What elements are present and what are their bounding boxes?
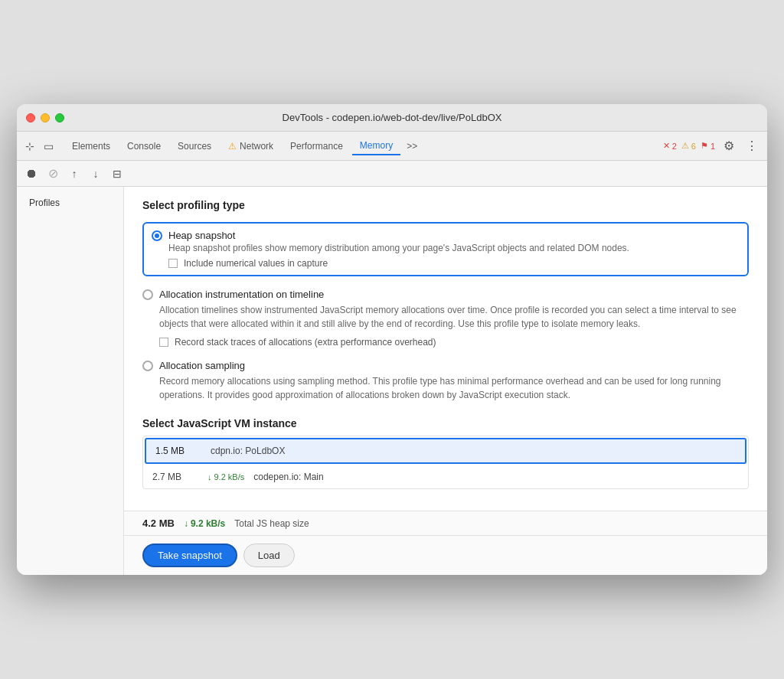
vm-section: Select JavaScript VM instance 1.5 MB cdp… [142, 417, 749, 489]
allocation-timeline-description: Allocation timelines show instrumented J… [159, 303, 749, 331]
settings-button[interactable]: ⚙ [720, 137, 738, 155]
traffic-lights [26, 113, 64, 122]
allocation-timeline-radio[interactable] [142, 289, 153, 300]
include-numerical-checkbox[interactable] [168, 259, 178, 268]
device-icon[interactable]: ▭ [41, 139, 55, 153]
total-heap-size: 4.2 MB [142, 517, 175, 529]
allocation-sampling-radio[interactable] [142, 361, 153, 371]
sub-toolbar: ⏺ ⊘ ↑ ↓ ⊟ [17, 161, 767, 187]
content-column: Select profiling type Heap snapshot Heap… [124, 187, 767, 575]
download-arrow-icon: ↓ [207, 472, 212, 482]
heap-snapshot-option[interactable]: Heap snapshot Heap snapshot profiles sho… [142, 222, 749, 276]
tab-memory[interactable]: Memory [352, 137, 400, 155]
heap-snapshot-sub-option: Include numerical values in capture [168, 258, 740, 269]
vm-main-size: 2.7 MB [152, 472, 198, 482]
heap-download-speed: 9.2 kB/s [191, 518, 225, 529]
window-title: DevTools - codepen.io/web-dot-dev/live/P… [283, 112, 502, 123]
vm-section-title: Select JavaScript VM instance [142, 417, 749, 429]
heap-snapshot-radio-row: Heap snapshot [152, 230, 740, 241]
vm-main-download: ↓ 9.2 kB/s [207, 472, 244, 482]
sidebar: Profiles [17, 187, 124, 575]
info-badge[interactable]: ⚑ 1 [701, 141, 715, 151]
allocation-sampling-radio-row: Allocation sampling [142, 360, 749, 371]
heap-snapshot-description: Heap snapshot profiles show memory distr… [168, 241, 740, 255]
close-button[interactable] [26, 113, 35, 122]
bottom-bar: 4.2 MB ↓ 9.2 kB/s Total JS heap size [124, 511, 767, 535]
vm-cdpn-size: 1.5 MB [155, 446, 201, 456]
allocation-timeline-option[interactable]: Allocation instrumentation on timeline A… [142, 289, 749, 348]
allocation-sampling-label: Allocation sampling [159, 360, 245, 371]
vm-main-download-speed: 9.2 kB/s [214, 472, 245, 482]
heap-snapshot-radio[interactable] [152, 230, 162, 241]
vm-row-codepen-main[interactable]: 2.7 MB ↓ 9.2 kB/s codepen.io: Main [143, 465, 748, 488]
allocation-timeline-label: Allocation instrumentation on timeline [159, 289, 324, 300]
vm-cdpn-name: cdpn.io: PoLdbOX [211, 446, 736, 456]
content-area: Select profiling type Heap snapshot Heap… [124, 187, 767, 511]
vm-main-name: codepen.io: Main [253, 472, 739, 482]
main-toolbar: ⊹ ▭ Elements Console Sources ⚠ Network P… [17, 132, 767, 161]
profiling-type-title: Select profiling type [142, 199, 749, 211]
tab-network[interactable]: ⚠ Network [220, 138, 281, 155]
action-buttons: Take snapshot Load [124, 535, 767, 575]
clear-icon[interactable]: ⊟ [109, 165, 126, 182]
include-numerical-label: Include numerical values in capture [184, 258, 328, 269]
allocation-sampling-option[interactable]: Allocation sampling Record memory alloca… [142, 360, 749, 402]
warning-badge[interactable]: ⚠ 6 [681, 141, 696, 151]
titlebar: DevTools - codepen.io/web-dot-dev/live/P… [17, 104, 767, 132]
take-snapshot-button[interactable]: Take snapshot [142, 544, 237, 567]
record-icon[interactable]: ⏺ [23, 165, 40, 182]
vm-table: 1.5 MB cdpn.io: PoLdbOX 2.7 MB ↓ 9.2 kB/… [142, 436, 749, 489]
profiling-options: Heap snapshot Heap snapshot profiles sho… [142, 222, 749, 402]
tab-elements[interactable]: Elements [64, 138, 118, 155]
more-tabs-button[interactable]: >> [402, 138, 422, 155]
upload-icon[interactable]: ↑ [66, 165, 83, 182]
warning-triangle-icon: ⚠ [228, 141, 237, 152]
error-badge[interactable]: ✕ 2 [663, 141, 677, 151]
allocation-sampling-description: Record memory allocations using sampling… [159, 374, 749, 402]
maximize-button[interactable] [55, 113, 64, 122]
tab-sources[interactable]: Sources [170, 138, 219, 155]
vm-row-cdpn[interactable]: 1.5 MB cdpn.io: PoLdbOX [145, 438, 746, 464]
load-button[interactable]: Load [243, 544, 295, 567]
main-area: Profiles Select profiling type Heap snap… [17, 187, 767, 575]
total-heap-download: ↓ 9.2 kB/s [184, 518, 225, 529]
stop-icon[interactable]: ⊘ [44, 165, 61, 182]
error-x-icon: ✕ [663, 141, 670, 151]
devtools-window: DevTools - codepen.io/web-dot-dev/live/P… [17, 104, 767, 575]
toolbar-badges: ✕ 2 ⚠ 6 ⚑ 1 ⚙ ⋮ [663, 137, 761, 155]
minimize-button[interactable] [41, 113, 50, 122]
total-heap-label: Total JS heap size [234, 518, 309, 529]
heap-download-arrow-icon: ↓ [184, 518, 188, 529]
record-stack-traces-checkbox[interactable] [159, 338, 168, 347]
tab-bar: Elements Console Sources ⚠ Network Perfo… [64, 137, 660, 155]
sidebar-item-profiles[interactable]: Profiles [17, 193, 123, 213]
warning-badge-icon: ⚠ [681, 141, 689, 151]
inspect-icon[interactable]: ⊹ [23, 139, 37, 153]
info-flag-icon: ⚑ [701, 141, 708, 151]
allocation-timeline-radio-row: Allocation instrumentation on timeline [142, 289, 749, 300]
more-options-button[interactable]: ⋮ [743, 137, 761, 155]
allocation-timeline-sub-option: Record stack traces of allocations (extr… [159, 337, 749, 348]
download-icon[interactable]: ↓ [87, 165, 104, 182]
tab-performance[interactable]: Performance [283, 138, 351, 155]
devtools-icons: ⊹ ▭ [23, 139, 55, 153]
tab-console[interactable]: Console [119, 138, 168, 155]
heap-snapshot-label: Heap snapshot [168, 230, 235, 241]
record-stack-traces-label: Record stack traces of allocations (extr… [175, 337, 436, 348]
